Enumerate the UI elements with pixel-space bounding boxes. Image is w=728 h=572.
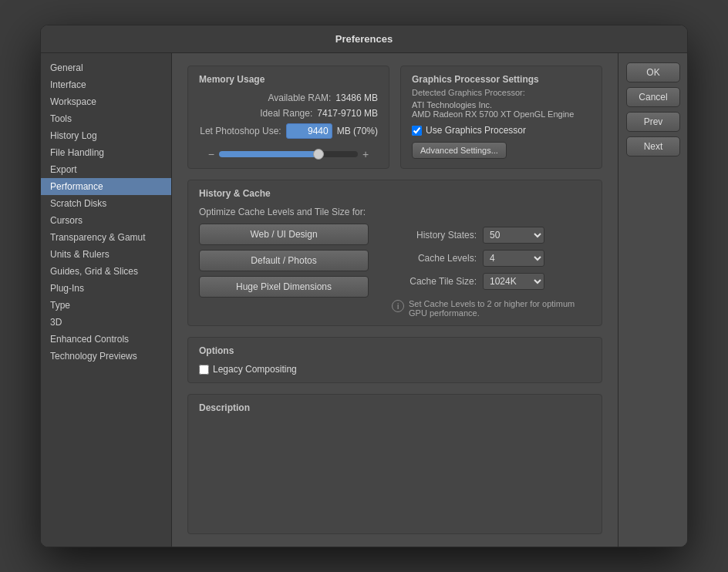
options-title: Options (199, 345, 591, 356)
optimize-label: Optimize Cache Levels and Tile Size for: (199, 207, 591, 217)
sidebar-item-history-log[interactable]: History Log (41, 127, 171, 144)
buttons-panel: OK Cancel Prev Next (618, 53, 687, 547)
ideal-range-value: 7417-9710 MB (317, 108, 378, 119)
sidebar-item-general[interactable]: General (41, 59, 171, 76)
description-section: Description (187, 394, 602, 534)
gpu-section-title: Graphics Processor Settings (412, 74, 591, 85)
sidebar-item-tools[interactable]: Tools (41, 110, 171, 127)
legacy-compositing-checkbox[interactable] (199, 365, 209, 375)
cache-levels-select[interactable]: 4 (483, 250, 544, 267)
next-button[interactable]: Next (626, 136, 680, 156)
sidebar-item-technology-previews[interactable]: Technology Previews (41, 348, 171, 365)
ok-button[interactable]: OK (626, 62, 680, 82)
slider-plus-icon[interactable]: + (362, 148, 369, 160)
slider-minus-icon[interactable]: − (208, 148, 214, 160)
cache-tile-label: Cache Tile Size: (392, 276, 477, 287)
info-icon: i (392, 300, 404, 312)
mb-label: MB (70%) (337, 126, 378, 136)
default-photos-button[interactable]: Default / Photos (199, 250, 369, 271)
use-gpu-checkbox[interactable] (412, 126, 422, 136)
sidebar-item-workspace[interactable]: Workspace (41, 93, 171, 110)
dialog-title-bar: Preferences (41, 25, 687, 53)
sidebar-item-units-rulers[interactable]: Units & Rulers (41, 246, 171, 263)
gpu-line1: ATI Technologies Inc. (412, 100, 591, 109)
gpu-settings-section: Graphics Processor Settings Detected Gra… (400, 66, 602, 169)
history-states-label: History States: (392, 230, 477, 241)
let-photoshop-label: Let Photoshop Use: (200, 126, 281, 136)
memory-slider-fill (219, 151, 316, 157)
huge-pixel-button[interactable]: Huge Pixel Dimensions (199, 276, 369, 298)
sidebar-item-3d[interactable]: 3D (41, 314, 171, 331)
history-cache-section: History & Cache Optimize Cache Levels an… (187, 180, 602, 326)
history-states-select[interactable]: 50 (483, 227, 544, 244)
cache-tile-select[interactable]: 128K256K512K1024K2048K (483, 273, 544, 290)
use-gpu-label: Use Graphics Processor (426, 125, 526, 136)
description-title: Description (199, 402, 591, 413)
gpu-detected-label: Detected Graphics Processor: (412, 88, 591, 97)
options-section: Options Legacy Compositing (187, 337, 602, 383)
sidebar-item-transparency-gamut[interactable]: Transparency & Gamut (41, 229, 171, 246)
sidebar-item-file-handling[interactable]: File Handling (41, 144, 171, 161)
main-content: Memory Usage Available RAM: 13486 MB Ide… (172, 53, 618, 547)
sidebar-item-plug-ins[interactable]: Plug-Ins (41, 280, 171, 297)
memory-section-title: Memory Usage (199, 74, 378, 85)
sidebar-item-guides-grid-slices[interactable]: Guides, Grid & Slices (41, 263, 171, 280)
memory-slider-thumb[interactable] (313, 149, 324, 160)
photoshop-use-input[interactable] (286, 123, 332, 139)
available-ram-label: Available RAM: (268, 93, 331, 103)
dialog-title: Preferences (335, 33, 393, 45)
legacy-compositing-label: Legacy Compositing (213, 364, 297, 375)
available-ram-value: 13486 MB (335, 93, 378, 103)
gpu-line2: AMD Radeon RX 5700 XT OpenGL Engine (412, 109, 591, 119)
cache-levels-label: Cache Levels: (392, 253, 477, 264)
ideal-range-label: Ideal Range: (260, 108, 312, 119)
sidebar-item-scratch-disks[interactable]: Scratch Disks (41, 195, 171, 212)
sidebar-item-type[interactable]: Type (41, 297, 171, 314)
memory-usage-section: Memory Usage Available RAM: 13486 MB Ide… (187, 66, 389, 169)
advanced-settings-button[interactable]: Advanced Settings... (412, 142, 507, 159)
cancel-button[interactable]: Cancel (626, 87, 680, 107)
web-ui-design-button[interactable]: Web / UI Design (199, 224, 369, 245)
sidebar-item-cursors[interactable]: Cursors (41, 212, 171, 229)
memory-slider-track[interactable] (219, 151, 358, 157)
sidebar-item-enhanced-controls[interactable]: Enhanced Controls (41, 331, 171, 348)
history-cache-title: History & Cache (199, 188, 591, 199)
info-text: Set Cache Levels to 2 or higher for opti… (409, 299, 591, 318)
sidebar-item-export[interactable]: Export (41, 161, 171, 178)
prev-button[interactable]: Prev (626, 112, 680, 132)
preferences-dialog: Preferences GeneralInterfaceWorkspaceToo… (40, 25, 688, 547)
sidebar-item-performance[interactable]: Performance (41, 178, 171, 195)
sidebar-item-interface[interactable]: Interface (41, 76, 171, 93)
sidebar: GeneralInterfaceWorkspaceToolsHistory Lo… (41, 53, 172, 547)
